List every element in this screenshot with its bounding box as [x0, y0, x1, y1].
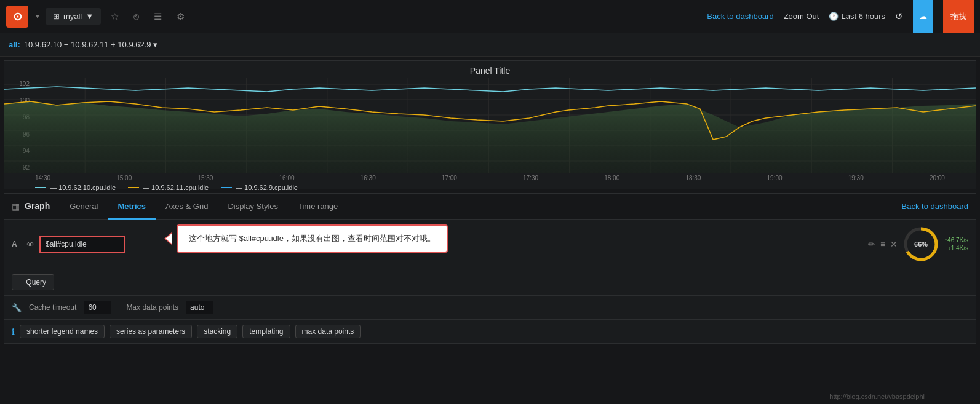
tab-axes-grid[interactable]: Axes & Grid [156, 194, 218, 220]
svg-marker-17 [4, 101, 976, 173]
back-to-dashboard-editor[interactable]: Back to dashboard [902, 194, 968, 218]
net-down: ↓1.4K/s [948, 245, 968, 252]
breadcrumb: all: 10.9.62.10 + 10.9.62.11 + 10.9.62.9… [0, 33, 980, 57]
panel-type-icon: ▦ [12, 202, 20, 212]
zoom-out-button[interactable]: Zoom Out [784, 12, 819, 21]
breadcrumb-all[interactable]: all: [9, 40, 20, 49]
query-row: A 👁 这个地方就写 $all#cpu.idle，如果没有出图，查看时间范围对不… [4, 220, 976, 269]
close-icon[interactable]: ✕ [890, 239, 898, 249]
tag-shorter-legend[interactable]: shorter legend names [20, 325, 105, 338]
legend-item-3: — 10.9.62.9.cpu.idle [221, 184, 298, 191]
legend-color-2 [128, 187, 139, 188]
options-row: 🔧 Cache timeout Max data points [4, 296, 976, 320]
net-up: ↑46.7K/s [944, 237, 968, 244]
navbar: ⊙ ▼ ⊞ myall ▼ ☆ ⎋ ☰ ⚙ Back to dashboard … [0, 0, 980, 33]
refresh-button[interactable]: ↺ [895, 11, 903, 22]
gauge-widget: 66% [902, 226, 939, 263]
breadcrumb-path[interactable]: 10.9.62.10 + 10.9.62.11 + 10.9.62.9 ▾ [24, 40, 157, 49]
add-query-button[interactable]: + Query [12, 274, 54, 290]
x-axis: 14:30 15:00 15:30 16:00 16:30 17:00 17:3… [4, 173, 976, 181]
chart-container: Panel Title 102 100 98 96 94 92 [4, 60, 976, 189]
add-query-row: + Query [4, 269, 976, 296]
legend-color-1 [35, 187, 46, 188]
time-range-label: Last 6 hours [841, 12, 885, 21]
legend-label-1: — 10.9.62.10.cpu.idle [50, 184, 116, 191]
wrench-icon: 🔧 [12, 303, 22, 312]
tab-display-styles[interactable]: Display Styles [218, 194, 288, 220]
annotation-text: 这个地方就写 $all#cpu.idle，如果没有出图，查看时间范围对不对哦。 [189, 234, 436, 243]
tag-templating[interactable]: templating [242, 325, 290, 338]
max-data-points-label: Max data points [126, 303, 178, 312]
dashboard-name-button[interactable]: ⊞ myall ▼ [46, 8, 101, 25]
editor-panel: ▦ Graph General Metrics Axes & Grid Disp… [4, 193, 976, 344]
tab-metrics[interactable]: Metrics [108, 194, 156, 220]
bookmark-button[interactable]: ☰ [149, 7, 167, 26]
cache-timeout-input[interactable] [84, 301, 111, 314]
dashboard-dropdown-arrow: ▼ [86, 12, 94, 21]
navbar-left: ⊙ ▼ ⊞ myall ▼ ☆ ⎋ ☰ ⚙ [6, 6, 189, 28]
annotation-arrow [164, 232, 172, 245]
query-actions: ✏ ≡ ✕ 66% ↑46.7K/s ↓1.4K/s [868, 226, 968, 263]
query-input[interactable] [39, 236, 125, 253]
query-label: A [12, 240, 22, 248]
tab-general[interactable]: General [60, 194, 108, 220]
tag-max-data-points[interactable]: max data points [295, 325, 361, 338]
logo-dropdown-arrow[interactable]: ▼ [34, 13, 41, 20]
cloud-button[interactable]: ☁ [913, 0, 933, 33]
time-range-button[interactable]: 🕐 Last 6 hours [829, 12, 885, 21]
pull-button[interactable]: 拖拽 [943, 0, 974, 33]
back-to-dashboard-button[interactable]: Back to dashboard [707, 12, 773, 21]
grid-icon: ⊞ [53, 12, 60, 21]
editor-tabs: ▦ Graph General Metrics Axes & Grid Disp… [4, 194, 976, 220]
star-button[interactable]: ☆ [106, 7, 124, 26]
clock-icon: 🕐 [829, 12, 839, 21]
legend-label-2: — 10.9.62.11.cpu.idle [143, 184, 209, 191]
net-stats: ↑46.7K/s ↓1.4K/s [944, 237, 968, 252]
logo-button[interactable]: ⊙ [6, 6, 28, 28]
legend-item-1: — 10.9.62.10.cpu.idle [35, 184, 116, 191]
chart-title: Panel Title [4, 61, 976, 78]
chart-svg [4, 78, 976, 173]
share-button[interactable]: ⎋ [129, 7, 144, 25]
tab-time-range[interactable]: Time range [288, 194, 348, 220]
tags-row: ℹ shorter legend names series as paramet… [4, 320, 976, 343]
chart-legend: — 10.9.62.10.cpu.idle — 10.9.62.11.cpu.i… [4, 181, 976, 194]
gauge-percent: 66% [914, 240, 928, 248]
tag-stacking[interactable]: stacking [197, 325, 237, 338]
settings-button[interactable]: ⚙ [172, 7, 189, 26]
tag-series-as-params[interactable]: series as parameters [110, 325, 192, 338]
cache-timeout-label: Cache timeout [29, 303, 76, 312]
legend-item-2: — 10.9.62.11.cpu.idle [128, 184, 209, 191]
info-icon: ℹ [12, 327, 15, 336]
dashboard-name-label: myall [63, 12, 82, 21]
menu-icon[interactable]: ≡ [880, 239, 885, 249]
navbar-right: Back to dashboard Zoom Out 🕐 Last 6 hour… [707, 0, 974, 33]
legend-label-3: — 10.9.62.9.cpu.idle [236, 184, 298, 191]
edit-icon[interactable]: ✏ [868, 239, 875, 249]
watermark: http://blog.csdn.net/vbaspdelphi [829, 393, 925, 400]
max-data-points-input[interactable] [186, 301, 213, 314]
annotation-bubble: 这个地方就写 $all#cpu.idle，如果没有出图，查看时间范围对不对哦。 [177, 224, 448, 253]
eye-icon[interactable]: 👁 [26, 240, 34, 249]
panel-type-label: Graph [25, 194, 60, 220]
legend-color-3 [221, 187, 232, 188]
